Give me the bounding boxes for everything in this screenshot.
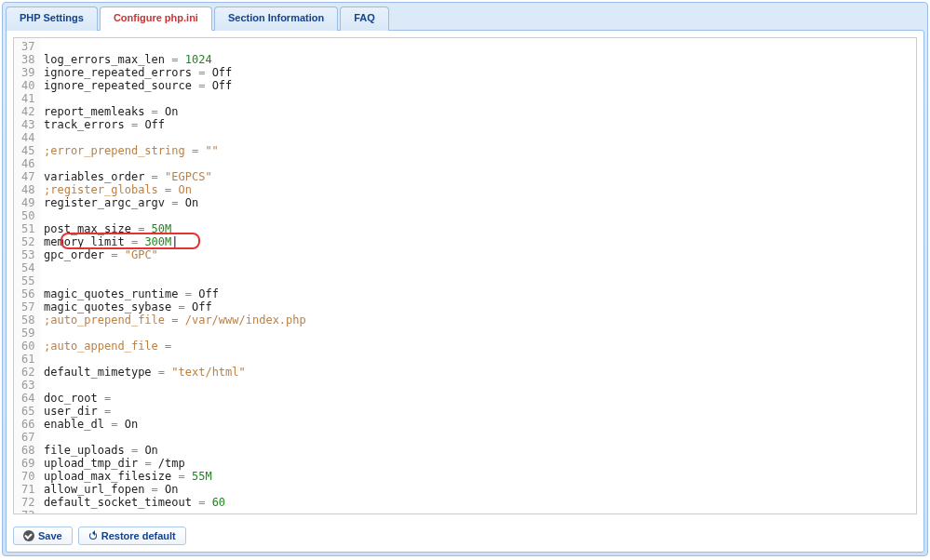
line-number: 73 bbox=[21, 509, 34, 513]
tab-section-information[interactable]: Section Information bbox=[214, 7, 338, 31]
line-number: 42 bbox=[21, 105, 34, 118]
line-number: 44 bbox=[21, 131, 34, 144]
line-number: 38 bbox=[21, 53, 34, 66]
line-number: 66 bbox=[21, 418, 34, 431]
line-number: 52 bbox=[21, 235, 34, 248]
line-number: 40 bbox=[21, 79, 34, 92]
code-line[interactable]: default_socket_timeout = 60 bbox=[44, 496, 916, 509]
code-line[interactable]: default_mimetype = "text/html" bbox=[44, 366, 916, 379]
line-number: 46 bbox=[21, 157, 34, 170]
restore-default-button[interactable]: Restore default bbox=[78, 527, 186, 545]
line-number: 41 bbox=[21, 92, 34, 105]
code-line[interactable]: memory_limit = 300M| bbox=[44, 235, 916, 248]
tab-faq[interactable]: FAQ bbox=[340, 7, 389, 31]
code-line[interactable]: track_errors = Off bbox=[44, 118, 916, 131]
code-line[interactable]: upload_max_filesize = 55M bbox=[44, 470, 916, 483]
line-number: 65 bbox=[21, 405, 34, 418]
code-line[interactable]: enable_dl = On bbox=[44, 418, 916, 431]
save-button-label: Save bbox=[38, 530, 62, 541]
line-number: 64 bbox=[21, 392, 34, 405]
code-line[interactable]: log_errors_max_len = 1024 bbox=[44, 53, 916, 66]
code-line[interactable] bbox=[44, 131, 916, 144]
code-line[interactable] bbox=[44, 261, 916, 274]
code-line[interactable]: upload_tmp_dir = /tmp bbox=[44, 457, 916, 470]
footer-toolbar: Save Restore default bbox=[7, 521, 923, 552]
code-line[interactable]: ;auto_prepend_file = /var/www/index.php bbox=[44, 313, 916, 327]
line-number: 63 bbox=[21, 379, 34, 392]
line-number: 48 bbox=[21, 183, 34, 196]
line-number: 55 bbox=[21, 274, 34, 287]
code-line[interactable]: ignore_repeated_errors = Off bbox=[44, 66, 916, 79]
line-number: 54 bbox=[21, 261, 34, 274]
line-number: 45 bbox=[21, 144, 34, 157]
code-editor[interactable]: 3738394041424344454647484950515253545556… bbox=[13, 37, 917, 514]
code-line[interactable]: register_argc_argv = On bbox=[44, 196, 916, 209]
code-line[interactable]: report_memleaks = On bbox=[44, 105, 916, 118]
line-number: 43 bbox=[21, 118, 34, 131]
line-number: 71 bbox=[21, 483, 34, 496]
code-line[interactable] bbox=[44, 379, 916, 392]
code-line[interactable] bbox=[44, 274, 916, 287]
line-number: 58 bbox=[21, 313, 34, 327]
tab-configure-php-ini[interactable]: Configure php.ini bbox=[100, 7, 212, 31]
line-number: 70 bbox=[21, 470, 34, 483]
code-line[interactable]: variables_order = "EGPCS" bbox=[44, 170, 916, 183]
line-number: 50 bbox=[21, 209, 34, 222]
line-number: 61 bbox=[21, 353, 34, 366]
save-button[interactable]: Save bbox=[13, 527, 73, 545]
line-number: 69 bbox=[21, 457, 34, 470]
code-line[interactable] bbox=[44, 40, 916, 53]
line-number: 60 bbox=[21, 340, 34, 353]
line-number: 53 bbox=[21, 248, 34, 261]
line-number: 68 bbox=[21, 444, 34, 457]
code-line[interactable]: ignore_repeated_source = Off bbox=[44, 79, 916, 92]
line-number: 72 bbox=[21, 496, 34, 509]
code-line[interactable]: doc_root = bbox=[44, 392, 916, 405]
line-number: 67 bbox=[21, 431, 34, 444]
editor-scroll[interactable]: 3738394041424344454647484950515253545556… bbox=[14, 38, 916, 513]
line-number: 62 bbox=[21, 366, 34, 379]
text-cursor: | bbox=[171, 235, 178, 248]
code-line[interactable]: gpc_order = "GPC" bbox=[44, 248, 916, 261]
line-number: 37 bbox=[21, 40, 34, 53]
code-line[interactable]: ;auto_append_file = bbox=[44, 340, 916, 353]
code-line[interactable]: magic_quotes_runtime = Off bbox=[44, 287, 916, 300]
tab-content: 3738394041424344454647484950515253545556… bbox=[6, 30, 924, 553]
code-line[interactable]: user_dir = bbox=[44, 405, 916, 418]
code-line[interactable] bbox=[44, 209, 916, 222]
settings-panel: PHP SettingsConfigure php.iniSection Inf… bbox=[2, 2, 928, 556]
line-number-gutter: 3738394041424344454647484950515253545556… bbox=[14, 38, 40, 513]
line-number: 49 bbox=[21, 196, 34, 209]
code-line[interactable] bbox=[44, 157, 916, 170]
code-line[interactable] bbox=[44, 327, 916, 340]
code-area[interactable]: log_errors_max_len = 1024ignore_repeated… bbox=[40, 38, 916, 513]
line-number: 59 bbox=[21, 327, 34, 340]
line-number: 56 bbox=[21, 287, 34, 300]
code-line[interactable]: file_uploads = On bbox=[44, 444, 916, 457]
line-number: 51 bbox=[21, 222, 34, 235]
line-number: 47 bbox=[21, 170, 34, 183]
code-line[interactable] bbox=[44, 431, 916, 444]
code-line[interactable]: magic_quotes_sybase = Off bbox=[44, 300, 916, 313]
restore-icon bbox=[88, 531, 98, 540]
restore-button-label: Restore default bbox=[101, 530, 176, 541]
line-number: 39 bbox=[21, 66, 34, 79]
code-line[interactable] bbox=[44, 92, 916, 105]
check-icon bbox=[23, 530, 34, 541]
code-line[interactable]: allow_url_fopen = On bbox=[44, 483, 916, 496]
tab-bar: PHP SettingsConfigure php.iniSection Inf… bbox=[6, 6, 924, 30]
code-line[interactable]: ;register_globals = On bbox=[44, 183, 916, 196]
code-line[interactable]: ;error_prepend_string = "" bbox=[44, 144, 916, 157]
code-line[interactable]: post_max_size = 50M bbox=[44, 222, 916, 235]
code-line[interactable] bbox=[44, 509, 916, 513]
code-line[interactable] bbox=[44, 353, 916, 366]
line-number: 57 bbox=[21, 300, 34, 313]
tab-php-settings[interactable]: PHP Settings bbox=[6, 7, 98, 31]
